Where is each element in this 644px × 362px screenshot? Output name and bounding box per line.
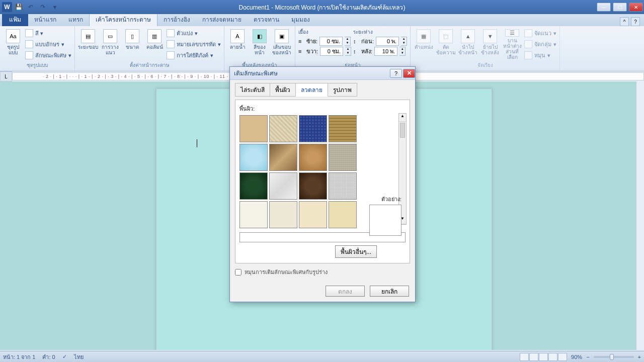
help-icon[interactable]: ? — [631, 17, 640, 26]
status-language[interactable]: ไทย — [74, 352, 84, 361]
margins-button[interactable]: ▤ระยะขอบ — [78, 27, 98, 59]
titlebar: W 💾 ↶ ↷ ▾ Document1 - Microsoft Word (กา… — [0, 0, 644, 14]
ok-button[interactable]: ตกลง — [326, 286, 365, 297]
minimize-button[interactable]: — — [597, 3, 611, 12]
other-texture-button[interactable]: พื้นผิวอื่นๆ... — [335, 245, 377, 258]
texture-swatch[interactable] — [239, 201, 268, 228]
rotate-fill-checkbox[interactable] — [235, 269, 242, 276]
word-app-icon[interactable]: W — [2, 2, 12, 12]
tab-mailings[interactable]: การส่งจดหมาย — [196, 13, 248, 26]
print-layout-view-icon[interactable] — [520, 353, 529, 361]
indent-right[interactable]: ≡ขวา:▲▼ — [298, 47, 351, 56]
ribbon: Aa ชุดรูปแบบ สี ▾ แบบอักษร ▾ ลักษณะพิเศษ… — [0, 26, 644, 71]
tab-insert[interactable]: แทรก — [62, 13, 89, 26]
texture-swatch[interactable] — [329, 144, 357, 171]
tab-texture[interactable]: พื้นผิว — [270, 83, 296, 97]
themes-icon: Aa — [6, 29, 20, 43]
dialog-close-button[interactable]: ✕ — [403, 69, 415, 78]
bring-icon: ▲ — [461, 29, 475, 43]
line-numbers-button[interactable]: หมายเลขบรรทัด ▾ — [167, 39, 221, 49]
cancel-button[interactable]: ยกเลิก — [370, 286, 409, 297]
tab-page-layout[interactable]: เค้าโครงหน้ากระดาษ — [89, 12, 157, 26]
texture-swatch[interactable] — [269, 172, 297, 200]
qat-redo-icon[interactable]: ↷ — [37, 2, 48, 12]
tab-selector[interactable]: L — [0, 71, 12, 81]
text-cursor — [197, 139, 197, 147]
zoom-out-button[interactable]: − — [586, 354, 589, 360]
file-tab[interactable]: แฟ้ม — [2, 13, 28, 26]
theme-effects[interactable]: ลักษณะพิเศษ ▾ — [25, 50, 71, 60]
group-button: จัดกลุ่ม ▾ — [524, 39, 556, 49]
zoom-in-button[interactable]: + — [638, 354, 641, 360]
send-icon: ▼ — [483, 29, 497, 43]
tab-references[interactable]: การอ้างอิง — [157, 13, 196, 26]
position-button: ▦ตำแหน่ง — [414, 27, 434, 59]
preview-swatch — [369, 205, 401, 236]
columns-button[interactable]: ▥คอลัมน์ — [144, 27, 165, 59]
qat-customize-icon[interactable]: ▾ — [49, 2, 60, 12]
scroll-thumb[interactable] — [400, 123, 405, 138]
texture-panel: พื้นผิว: ▲ — [235, 100, 410, 263]
tab-home[interactable]: หน้าแรก — [28, 13, 62, 26]
tab-gradient[interactable]: ไล่ระดับสี — [235, 83, 270, 97]
tab-view[interactable]: มุมมอง — [285, 13, 316, 26]
group-arrange-label: จัดเรียง — [414, 60, 556, 70]
rotate-button: หมุน ▾ — [524, 50, 556, 60]
status-words[interactable]: คำ: 0 — [42, 352, 55, 361]
hyphenation-button[interactable]: การใส่ยัติภังค์ ▾ — [167, 50, 221, 60]
tab-picture[interactable]: รูปภาพ — [328, 83, 357, 97]
texture-swatch[interactable] — [269, 201, 297, 228]
page-color-button[interactable]: ◧สีของหน้า — [250, 27, 270, 59]
texture-swatch[interactable] — [299, 144, 327, 171]
zoom-slider[interactable] — [594, 356, 634, 358]
texture-swatch[interactable] — [239, 144, 268, 171]
web-layout-view-icon[interactable] — [539, 353, 548, 361]
spacing-before[interactable]: ↕ก่อน:▲▼ — [353, 37, 407, 46]
page-borders-button[interactable]: ▣เส้นขอบของหน้า — [272, 27, 292, 59]
zoom-level[interactable]: 90% — [571, 354, 582, 360]
spacing-label: ระยะห่าง — [353, 28, 407, 36]
watermark-button[interactable]: Aลายน้ำ — [227, 27, 248, 59]
maximize-button[interactable]: ☐ — [613, 3, 627, 12]
texture-swatch[interactable] — [329, 201, 357, 228]
statusbar: หน้า: 1 จาก 1 คำ: 0 ✓ ไทย 90% − + — [0, 351, 644, 362]
texture-swatch[interactable] — [329, 115, 357, 142]
indent-left[interactable]: ≡ซ้าย:▲▼ — [298, 37, 351, 46]
theme-colors[interactable]: สี ▾ — [25, 28, 71, 38]
tab-review[interactable]: ตรวจทาน — [248, 13, 285, 26]
draft-view-icon[interactable] — [558, 353, 567, 361]
qat-undo-icon[interactable]: ↶ — [25, 2, 36, 12]
tab-pattern[interactable]: ลวดลาย — [295, 83, 328, 97]
outline-view-icon[interactable] — [548, 353, 557, 361]
dialog-title: เติมลักษณะพิเศษ — [234, 68, 278, 78]
texture-swatch[interactable] — [299, 115, 327, 142]
vertical-scrollbar[interactable] — [636, 81, 644, 350]
dialog-help-button[interactable]: ? — [390, 69, 402, 78]
watermark-icon: A — [230, 29, 245, 43]
dialog-titlebar[interactable]: เติมลักษณะพิเศษ ? ✕ — [230, 67, 415, 80]
texture-swatch[interactable] — [269, 115, 297, 142]
texture-swatch[interactable] — [239, 115, 268, 142]
ribbon-minimize-icon[interactable]: ^ — [620, 17, 629, 26]
texture-swatch[interactable] — [329, 172, 357, 200]
selection-pane-button[interactable]: ☰บานหน้าต่างส่วนที่เลือก — [502, 27, 522, 59]
position-icon: ▦ — [417, 29, 431, 43]
texture-swatch[interactable] — [299, 172, 327, 200]
theme-fonts[interactable]: แบบอักษร ▾ — [25, 39, 71, 49]
orientation-button[interactable]: ▭การวางแนว — [100, 27, 120, 59]
columns-icon: ▥ — [147, 29, 162, 43]
proofing-icon[interactable]: ✓ — [62, 353, 67, 360]
qat-save-icon[interactable]: 💾 — [13, 2, 24, 12]
texture-swatch[interactable] — [299, 201, 327, 228]
spacing-after[interactable]: ↕หลัง:▲▼ — [353, 47, 407, 56]
scroll-up-icon[interactable]: ▲ — [399, 114, 406, 122]
texture-swatch[interactable] — [269, 144, 297, 171]
close-button[interactable]: ✕ — [629, 3, 643, 12]
breaks-button[interactable]: ตัวแบ่ง ▾ — [167, 28, 221, 38]
size-button[interactable]: ▯ขนาด — [122, 27, 142, 59]
themes-button[interactable]: Aa ชุดรูปแบบ — [3, 27, 23, 59]
texture-swatch[interactable] — [239, 172, 268, 200]
status-page[interactable]: หน้า: 1 จาก 1 — [3, 352, 35, 361]
full-screen-view-icon[interactable] — [529, 353, 538, 361]
view-mode-buttons[interactable] — [520, 353, 567, 361]
